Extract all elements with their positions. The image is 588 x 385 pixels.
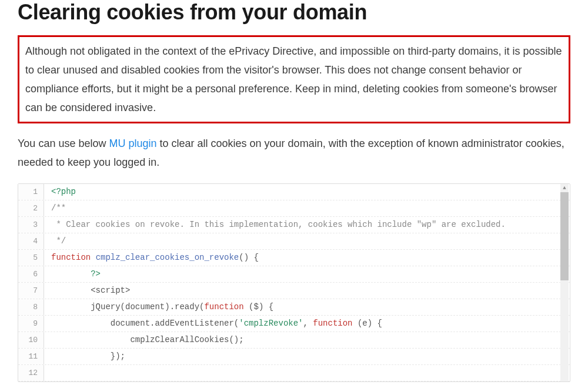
line-number: 8	[18, 299, 44, 315]
line-content: function cmplz_clear_cookies_on_revoke()…	[44, 250, 570, 266]
code-line: 3 * Clear cookies on revoke. In this imp…	[18, 217, 570, 233]
code-line: 5function cmplz_clear_cookies_on_revoke(…	[18, 250, 570, 266]
intro-text-before: You can use below	[18, 138, 109, 149]
line-content: });	[44, 349, 570, 364]
code-line: 4 */	[18, 233, 570, 250]
line-number: 3	[18, 217, 44, 233]
line-content: document.addEventListener('cmplzRevoke',…	[44, 316, 570, 332]
line-number: 6	[18, 266, 44, 282]
code-line: 7 <script>	[18, 283, 570, 299]
line-number: 2	[18, 200, 44, 216]
line-content: jQuery(document).ready(function ($) {	[44, 299, 570, 315]
mu-plugin-link[interactable]: MU plugin	[109, 138, 156, 149]
code-block: 1<?php2/**3 * Clear cookies on revoke. I…	[18, 183, 570, 382]
intro-paragraph: You can use below MU plugin to clear all…	[18, 134, 570, 172]
page-title: Clearing cookies from your domain	[18, 0, 570, 25]
line-number: 7	[18, 283, 44, 299]
code-line: 8 jQuery(document).ready(function ($) {	[18, 299, 570, 316]
line-content: * Clear cookies on revoke. In this imple…	[44, 217, 570, 233]
code-line: 12	[18, 365, 570, 381]
line-number: 9	[18, 316, 44, 332]
line-number: 11	[18, 349, 44, 364]
line-number: 4	[18, 233, 44, 249]
code-line: 10 cmplzClearAllCookies();	[18, 332, 570, 349]
line-content	[44, 365, 570, 381]
code-scroll-area[interactable]: 1<?php2/**3 * Clear cookies on revoke. I…	[18, 184, 570, 381]
line-content: */	[44, 233, 570, 249]
line-content: /**	[44, 200, 570, 216]
code-line: 1<?php	[18, 184, 570, 200]
code-line: 11 });	[18, 349, 570, 365]
line-content: cmplzClearAllCookies();	[44, 332, 570, 348]
line-number: 10	[18, 332, 44, 348]
code-line: 9 document.addEventListener('cmplzRevoke…	[18, 316, 570, 332]
line-content: <script>	[44, 283, 570, 299]
code-line: 2/**	[18, 200, 570, 217]
code-line: 6 ?>	[18, 266, 570, 283]
line-number: 1	[18, 184, 44, 200]
line-content: ?>	[44, 266, 570, 282]
highlighted-callout: Although not obligated in the context of…	[18, 35, 570, 123]
highlighted-paragraph: Although not obligated in the context of…	[25, 42, 563, 117]
line-number: 12	[18, 365, 44, 381]
line-number: 5	[18, 250, 44, 266]
line-content: <?php	[44, 184, 570, 200]
